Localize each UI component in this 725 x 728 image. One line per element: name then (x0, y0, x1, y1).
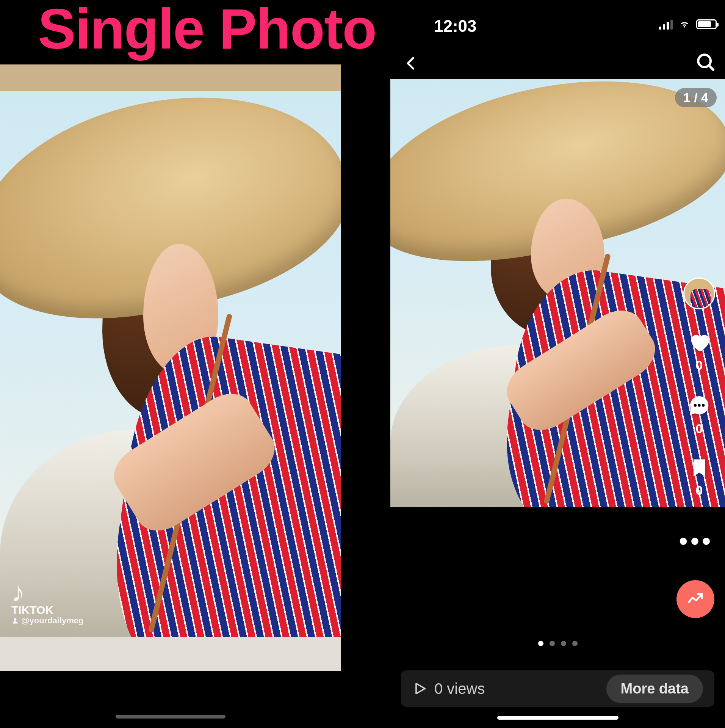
comment-button[interactable]: 0 (687, 393, 711, 436)
analytics-fab[interactable] (676, 580, 714, 618)
comment-count: 0 (696, 421, 703, 436)
home-indicator[interactable] (116, 715, 225, 719)
bookmark-icon (688, 457, 711, 479)
black-footer-strip (0, 671, 341, 728)
heading-single-photo: Single Photo (38, 0, 376, 62)
watermark-brand: TIKTOK (11, 604, 84, 617)
back-icon[interactable] (403, 53, 419, 73)
svg-point-4 (698, 404, 700, 406)
save-count: 0 (696, 483, 703, 498)
dot-3[interactable] (561, 641, 566, 646)
wifi-icon (678, 19, 691, 29)
views-text: 0 views (434, 680, 485, 697)
svg-point-3 (694, 404, 697, 406)
more-data-button[interactable]: More data (606, 675, 703, 703)
like-count: 0 (696, 358, 703, 373)
dot-4[interactable] (572, 641, 578, 646)
home-indicator[interactable] (497, 716, 619, 720)
single-photo-image (0, 91, 341, 637)
top-nav (390, 51, 725, 78)
svg-point-0 (14, 618, 17, 621)
status-bar: 12:03 (390, 17, 725, 43)
search-icon[interactable] (695, 51, 716, 72)
single-photo-panel: ♪ TIKTOK @yourdailymeg (0, 64, 341, 671)
play-outline-icon (412, 681, 427, 696)
letterbox-top (0, 64, 341, 91)
svg-line-2 (709, 65, 713, 70)
tiktok-watermark: ♪ TIKTOK @yourdailymeg (11, 577, 84, 626)
save-button[interactable]: 0 (688, 457, 711, 498)
carousel-dots[interactable] (538, 641, 578, 646)
more-icon[interactable]: ••• (679, 527, 714, 555)
like-button[interactable]: 0 (687, 330, 711, 373)
analytics-bottom-bar: 0 views More data (401, 670, 714, 707)
battery-icon (696, 19, 717, 29)
action-rail: 0 0 0 (681, 278, 717, 498)
carousel-page-badge: 1 / 4 (675, 88, 717, 107)
tiktok-logo-icon: ♪ (11, 577, 84, 607)
status-time: 12:03 (434, 17, 477, 36)
svg-marker-6 (416, 684, 425, 694)
profile-avatar[interactable] (683, 278, 715, 309)
signal-icon (659, 19, 673, 30)
heart-icon (687, 330, 711, 354)
svg-point-5 (702, 404, 705, 406)
carousel-photo[interactable] (390, 79, 725, 507)
letterbox-bottom (0, 637, 341, 671)
dot-2[interactable] (550, 641, 555, 646)
watermark-handle: @yourdailymeg (11, 616, 84, 626)
comment-icon (687, 393, 711, 417)
analytics-icon (687, 590, 704, 608)
views-display: 0 views (412, 680, 485, 697)
dot-1[interactable] (538, 641, 543, 646)
carousel-panel: 12:03 1 / 4 0 (390, 0, 725, 728)
